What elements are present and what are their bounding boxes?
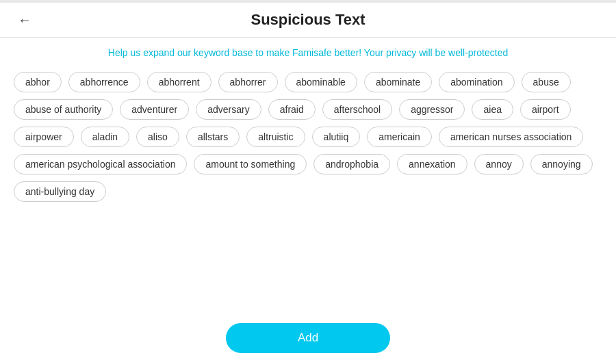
page-container: ← Suspicious Text Help us expand our key… (0, 0, 616, 364)
keyword-tag[interactable]: airport (520, 99, 571, 120)
header: ← Suspicious Text (0, 3, 616, 38)
keyword-tag[interactable]: abominable (285, 72, 357, 92)
keyword-tag[interactable]: abhorrent (147, 72, 211, 92)
keyword-tag[interactable]: aliso (136, 127, 179, 147)
keyword-tag[interactable]: abuse of authority (14, 99, 113, 120)
keyword-tag[interactable]: abominate (364, 72, 432, 92)
keyword-tag[interactable]: abhor (14, 72, 62, 92)
keyword-tag[interactable]: altruistic (246, 127, 305, 147)
keyword-tag[interactable]: aladin (81, 127, 129, 147)
keyword-tag[interactable]: americain (367, 127, 432, 147)
keyword-tag[interactable]: american psychological association (14, 154, 187, 174)
keyword-tag[interactable]: annoy (474, 154, 524, 174)
footer: Add (0, 315, 616, 364)
keyword-tag[interactable]: abuse (522, 72, 571, 92)
keyword-tag[interactable]: afraid (268, 99, 316, 120)
keyword-tag[interactable]: androphobia (313, 154, 390, 174)
keyword-tag[interactable]: american nurses association (439, 127, 583, 147)
keyword-tag[interactable]: aiea (472, 99, 513, 120)
page-title: Suspicious Text (14, 11, 602, 29)
back-button[interactable]: ← (14, 9, 36, 31)
keyword-tag[interactable]: afterschool (322, 99, 392, 120)
keyword-tag[interactable]: airpower (14, 127, 74, 147)
keyword-tag[interactable]: alutiiq (312, 127, 361, 147)
keyword-tag[interactable]: abhorrence (68, 72, 140, 92)
keyword-tag[interactable]: amount to something (194, 154, 307, 174)
keyword-tag[interactable]: annoying (530, 154, 593, 174)
keyword-tag[interactable]: allstars (186, 127, 240, 147)
keyword-tag[interactable]: annexation (397, 154, 467, 174)
keyword-tag[interactable]: adventurer (120, 99, 189, 120)
subtitle: Help us expand our keyword base to make … (0, 38, 616, 65)
keyword-tag[interactable]: anti-bullying day (14, 181, 106, 202)
keyword-tag[interactable]: aggressor (399, 99, 465, 120)
keyword-tag[interactable]: abhorrer (218, 72, 278, 92)
keyword-tag[interactable]: abomination (439, 72, 514, 92)
add-button[interactable]: Add (226, 323, 390, 353)
keywords-area: abhorabhorrenceabhorrentabhorrerabominab… (0, 65, 616, 315)
keyword-tag[interactable]: adversary (196, 99, 261, 120)
